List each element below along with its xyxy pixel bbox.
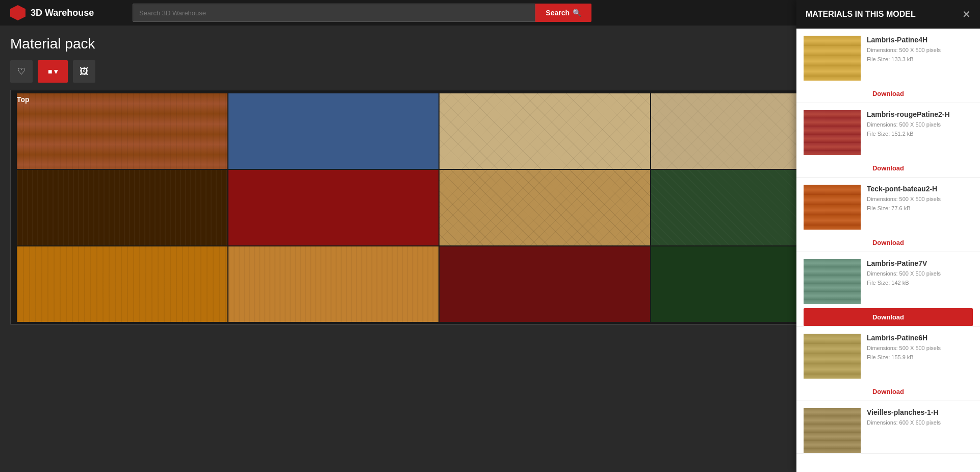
materials-list[interactable]: Lambris-Patine4H Dimensions: 500 X 500 p…: [796, 29, 980, 472]
material-item: Teck-pont-bateau2-H Dimensions: 500 X 50…: [796, 178, 980, 252]
material-item-inner: Teck-pont-bateau2-H Dimensions: 500 X 50…: [804, 185, 973, 230]
material-info: Lambris-rougePatine2-H Dimensions: 500 X…: [867, 110, 973, 138]
materials-header: MATERIALS IN THIS MODEL ✕: [796, 0, 980, 29]
material-name: Teck-pont-bateau2-H: [867, 185, 973, 193]
download-button[interactable]: Download: [804, 308, 973, 326]
material-info: Lambris-Patine7V Dimensions: 500 X 500 p…: [867, 259, 973, 287]
materials-title: MATERIALS IN THIS MODEL: [806, 10, 916, 19]
action-bar: ♡ ■ ▾ 🖼: [10, 60, 868, 83]
download-button[interactable]: Download: [804, 234, 973, 252]
swatch-6: [228, 170, 439, 245]
material-name: Lambris-Patine6H: [867, 334, 973, 342]
material-dimensions: Dimensions: 500 X 500 pixels: [867, 344, 973, 353]
material-name: Lambris-Patine4H: [867, 36, 973, 44]
material-dimensions: Dimensions: 500 X 500 pixels: [867, 195, 973, 204]
swatch-5: [17, 170, 227, 245]
material-name: Lambris-Patine7V: [867, 259, 973, 267]
material-grid: [17, 93, 861, 322]
material-filesize: File Size: 133.3 kB: [867, 55, 973, 64]
logo-area: 3D Warehouse: [10, 5, 122, 20]
material-filesize: File Size: 155.9 kB: [867, 353, 973, 362]
swatch-1: [17, 93, 227, 169]
material-dimensions: Dimensions: 500 X 500 pixels: [867, 269, 973, 279]
search-label: Search: [546, 9, 570, 17]
swatch-2: [228, 93, 439, 169]
search-bar: Search 🔍: [133, 4, 591, 22]
material-item: Lambris-Patine7V Dimensions: 500 X 500 p…: [796, 252, 980, 327]
search-input[interactable]: [133, 4, 535, 22]
material-info: Vieilles-planches-1-H Dimensions: 600 X …: [867, 408, 973, 428]
download-button[interactable]: Download: [804, 85, 973, 103]
favorite-button[interactable]: ♡: [10, 60, 33, 83]
material-thumbnail: [804, 36, 861, 81]
material-dimensions: Dimensions: 500 X 500 pixels: [867, 120, 973, 130]
material-item-inner: Lambris-Patine6H Dimensions: 500 X 500 p…: [804, 334, 973, 379]
3d-viewer: Top ⛶: [10, 90, 868, 325]
material-item-inner: Lambris-Patine4H Dimensions: 500 X 500 p…: [804, 36, 973, 81]
swatch-11: [440, 246, 650, 322]
material-info: Lambris-Patine4H Dimensions: 500 X 500 p…: [867, 36, 973, 64]
material-filesize: File Size: 142 kB: [867, 279, 973, 288]
swatch-9: [17, 246, 227, 322]
close-button[interactable]: ✕: [962, 8, 971, 20]
material-info: Lambris-Patine6H Dimensions: 500 X 500 p…: [867, 334, 973, 362]
image-button[interactable]: 🖼: [73, 60, 95, 83]
material-item: Lambris-Patine6H Dimensions: 500 X 500 p…: [796, 327, 980, 401]
search-icon: 🔍: [573, 9, 581, 17]
swatch-7: [440, 170, 650, 245]
material-name: Vieilles-planches-1-H: [867, 408, 973, 416]
material-item: Vieilles-planches-1-H Dimensions: 600 X …: [796, 401, 980, 454]
material-info: Teck-pont-bateau2-H Dimensions: 500 X 50…: [867, 185, 973, 213]
material-thumbnail: [804, 334, 861, 379]
material-item-inner: Lambris-Patine7V Dimensions: 500 X 500 p…: [804, 259, 973, 304]
download-button[interactable]: Download: [804, 383, 973, 401]
material-name: Lambris-rougePatine2-H: [867, 110, 973, 118]
material-thumbnail: [804, 110, 861, 155]
material-thumbnail: [804, 408, 861, 453]
swatch-10: [228, 246, 439, 322]
material-item-inner: Lambris-rougePatine2-H Dimensions: 500 X…: [804, 110, 973, 155]
material-item: Lambris-Patine4H Dimensions: 500 X 500 p…: [796, 29, 980, 103]
download-button[interactable]: Download: [804, 159, 973, 177]
material-filesize: File Size: 151.2 kB: [867, 130, 973, 139]
logo-icon: [10, 5, 25, 20]
material-dimensions: Dimensions: 500 X 500 pixels: [867, 46, 973, 55]
material-dimensions: Dimensions: 600 X 600 pixels: [867, 418, 973, 428]
page-title: Material pack: [10, 36, 868, 52]
search-button[interactable]: Search 🔍: [535, 4, 591, 22]
material-item-inner: Vieilles-planches-1-H Dimensions: 600 X …: [804, 408, 973, 453]
model-panel: Material pack ♡ ■ ▾ 🖼 Top ⛶: [0, 26, 878, 472]
material-thumbnail: [804, 259, 861, 304]
image-icon: 🖼: [80, 66, 89, 77]
swatch-3: [440, 93, 650, 169]
material-filesize: File Size: 77.6 kB: [867, 204, 973, 213]
primary-action-button[interactable]: ■ ▾: [38, 60, 68, 83]
material-thumbnail: [804, 185, 861, 230]
logo-text: 3D Warehouse: [31, 8, 94, 18]
material-item: Lambris-rougePatine2-H Dimensions: 500 X…: [796, 103, 980, 178]
materials-panel: MATERIALS IN THIS MODEL ✕ Lambris-Patine…: [796, 0, 980, 472]
viewer-label: Top: [17, 95, 30, 104]
